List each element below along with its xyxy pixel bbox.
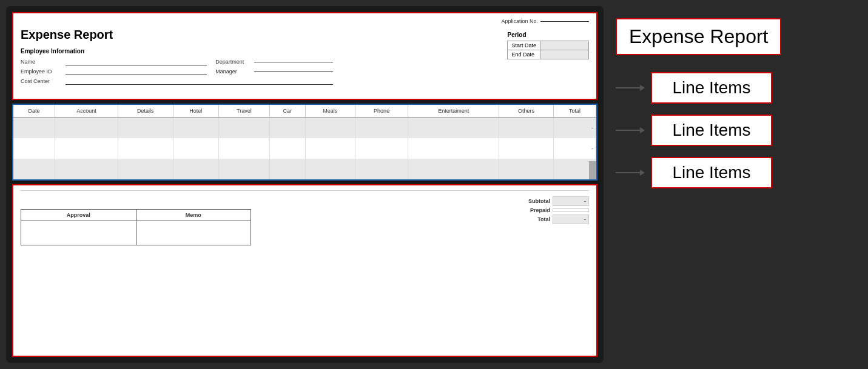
row2-account [55,138,118,159]
row1-hotel [173,118,218,139]
annotation-line-items-3: Line Items [616,157,862,188]
main-container: Application No. Expense Report Employee … [0,0,868,369]
row2-entertainment [408,138,499,159]
period-label: Period [507,32,589,38]
subtotal-label: Subtotal [520,198,550,204]
table-row: - [13,118,596,139]
annotation-expense-report: Expense Report [616,18,862,55]
row1-phone [355,118,408,139]
arrow-head-3 [640,170,645,176]
period-table: Start Date End Date [507,41,589,59]
manager-field[interactable] [254,71,333,72]
totals-area: Subtotal - Prepaid Total - [520,196,589,224]
app-no-row: Application No. [21,18,589,24]
app-no-field[interactable] [540,21,589,22]
row3-hotel [173,159,218,179]
row1-details [118,118,173,139]
end-date-label: End Date [508,50,540,59]
row1-travel [218,118,269,139]
approval-col-header: Approval [21,210,136,221]
cost-center-row: Cost Center [21,78,333,85]
employee-id-field[interactable] [66,68,207,75]
prepaid-label: Prepaid [520,207,550,213]
row1-account [55,118,118,139]
col-car: Car [269,105,305,118]
table-header-row: Date Account Details Hotel Travel Car Me… [13,105,596,118]
row2-car [269,138,305,159]
end-date-row: End Date [508,50,589,59]
memo-col-header: Memo [136,210,251,221]
department-label: Department [215,59,252,65]
col-phone: Phone [355,105,408,118]
line-items-1-box: Line Items [651,72,772,104]
row2-date [13,138,55,159]
cost-center-field[interactable] [66,78,333,85]
line-items-table-section: Date Account Details Hotel Travel Car Me… [12,104,597,181]
header-section: Application No. Expense Report Employee … [12,12,597,100]
start-date-field[interactable] [540,41,589,50]
employee-id-label: Employee ID [21,68,63,75]
annotations-area: Expense Report Line Items Line Items L [604,6,862,188]
end-date-field[interactable] [540,50,589,59]
row3-meals [305,159,355,179]
col-hotel: Hotel [173,105,218,118]
row2-others [499,138,554,159]
cost-center-label: Cost Center [21,78,63,84]
approval-cell[interactable] [21,221,136,245]
row2-total: - [554,138,596,159]
row2-hotel [173,138,218,159]
arrow-1 [616,85,645,91]
row1-entertainment [408,118,499,139]
table-row: - [13,159,596,179]
arrow-2 [616,127,645,133]
row1-date [13,118,55,139]
row3-travel [218,159,269,179]
prepaid-row: Prepaid [520,207,589,213]
approval-data-row [21,221,251,245]
col-account: Account [55,105,118,118]
row3-car [269,159,305,179]
subtotal-row: Subtotal - [520,196,589,206]
prepaid-field[interactable] [553,208,589,212]
col-travel: Travel [218,105,269,118]
department-field[interactable] [254,62,333,62]
annotation-line-items-2: Line Items [616,115,862,146]
col-entertainment: Entertaiment [408,105,499,118]
line-items-3-box: Line Items [651,157,772,188]
table-row: - [13,138,596,159]
name-field[interactable] [66,58,207,65]
period-section: Period Start Date End Date [507,32,589,59]
items-table: Date Account Details Hotel Travel Car Me… [13,105,596,179]
row2-travel [218,138,269,159]
arrow-shaft-3 [616,172,640,173]
gray-overlap-bar [589,161,596,179]
start-date-label: Start Date [508,41,540,50]
footer-divider [21,190,589,191]
col-date: Date [13,105,55,118]
app-no-label: Application No. [501,18,538,24]
row1-others [499,118,554,139]
row2-meals [305,138,355,159]
col-meals: Meals [305,105,355,118]
document-area: Application No. Expense Report Employee … [6,6,604,363]
row2-phone [355,138,408,159]
row3-phone [355,159,408,179]
employee-id-row: Employee ID Manager [21,68,333,75]
col-total: Total [554,105,596,118]
arrow-head-1 [640,85,645,91]
row3-entertainment [408,159,499,179]
subtotal-value: - [553,196,589,206]
row1-total: - [554,118,596,139]
arrow-3 [616,170,645,176]
total-label: Total [520,216,550,222]
col-details: Details [118,105,173,118]
expense-report-title: Expense Report [21,28,589,42]
arrow-shaft-2 [616,130,640,131]
memo-cell[interactable] [136,221,251,245]
row3-account [55,159,118,179]
total-value: - [553,214,589,224]
start-date-row: Start Date [508,41,589,50]
name-label: Name [21,59,63,65]
row1-car [269,118,305,139]
expense-report-annotation-box: Expense Report [616,18,781,55]
